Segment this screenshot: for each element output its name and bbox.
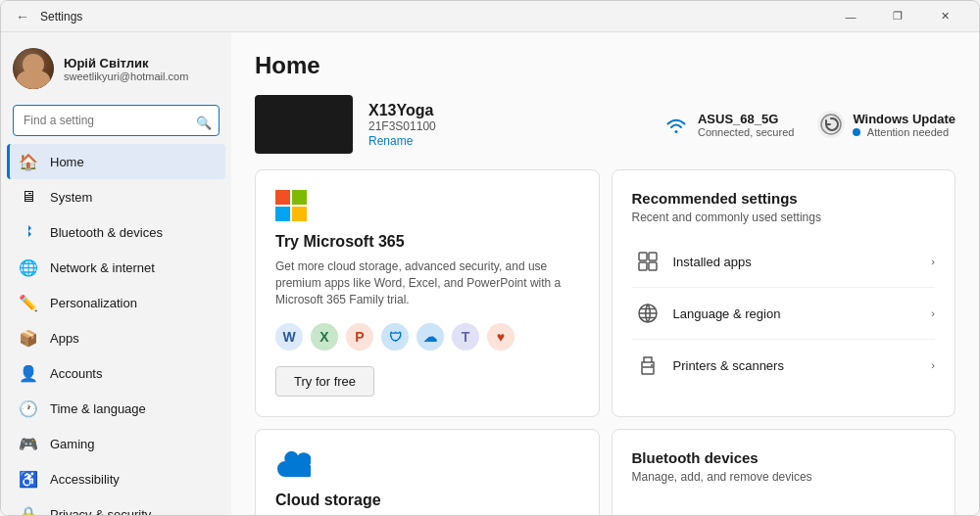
bluetooth-icon bbox=[19, 222, 38, 242]
app-icon-defender: 🛡 bbox=[381, 323, 409, 351]
sidebar: Юрій Світлик sweetlikyuri@hotmail.com 🔍 … bbox=[1, 32, 231, 515]
svg-rect-8 bbox=[649, 262, 657, 270]
svg-rect-5 bbox=[639, 253, 647, 260]
update-status[interactable]: Windows Update Attention needed bbox=[817, 111, 956, 138]
svg-rect-2 bbox=[292, 190, 307, 205]
avatar bbox=[13, 48, 54, 89]
settings-item-installed-apps[interactable]: Installed apps › bbox=[632, 236, 936, 288]
user-info: Юрій Світлик sweetlikyuri@hotmail.com bbox=[64, 56, 220, 82]
bluetooth-subtitle: Manage, add, and remove devices bbox=[632, 470, 936, 484]
sidebar-item-home[interactable]: 🏠 Home bbox=[7, 144, 225, 179]
sidebar-item-label: Gaming bbox=[50, 437, 95, 451]
wifi-label: ASUS_68_5G bbox=[698, 112, 794, 126]
device-info: X13Yoga 21F3S01100 Rename bbox=[368, 102, 647, 148]
update-label: Windows Update bbox=[853, 112, 956, 126]
recommended-heading: Recommended settings bbox=[632, 190, 936, 207]
app-icon-teams: T bbox=[452, 323, 479, 351]
sidebar-item-label: Network & internet bbox=[50, 260, 155, 275]
window-controls: — ❐ ✕ bbox=[828, 1, 967, 32]
sidebar-user[interactable]: Юрій Світлик sweetlikyuri@hotmail.com bbox=[1, 32, 231, 101]
chevron-right-icon-3: › bbox=[931, 359, 935, 371]
cards-grid: Try Microsoft 365 Get more cloud storage… bbox=[255, 169, 956, 515]
device-bar: X13Yoga 21F3S01100 Rename bbox=[255, 95, 956, 154]
rename-link[interactable]: Rename bbox=[368, 134, 413, 148]
user-name: Юрій Світлик bbox=[64, 56, 220, 70]
device-model: 21F3S01100 bbox=[368, 119, 647, 133]
sidebar-item-gaming[interactable]: 🎮 Gaming bbox=[7, 426, 225, 461]
sidebar-item-personalization[interactable]: ✏️ Personalization bbox=[7, 285, 225, 320]
time-icon: 🕐 bbox=[19, 399, 38, 418]
ms365-heading: Try Microsoft 365 bbox=[275, 233, 579, 251]
installed-apps-icon bbox=[632, 246, 663, 277]
sidebar-item-apps[interactable]: 📦 Apps bbox=[7, 320, 225, 355]
settings-window: ← Settings — ❐ ✕ Юрій Світлик sweetlikyu… bbox=[0, 0, 980, 516]
back-button[interactable]: ← bbox=[13, 7, 32, 26]
device-name: X13Yoga bbox=[368, 102, 647, 119]
sidebar-item-label: Accounts bbox=[50, 366, 102, 381]
app-icon-powerpoint: P bbox=[346, 323, 373, 351]
bluetooth-devices-card: Bluetooth devices Manage, add, and remov… bbox=[612, 429, 956, 515]
try-free-button[interactable]: Try for free bbox=[275, 366, 374, 397]
sidebar-item-accessibility[interactable]: ♿ Accessibility bbox=[7, 461, 225, 496]
update-icon-circle bbox=[817, 111, 845, 138]
printers-label: Printers & scanners bbox=[673, 358, 932, 373]
wifi-text: ASUS_68_5G Connected, secured bbox=[698, 112, 794, 138]
settings-item-language[interactable]: Language & region › bbox=[632, 288, 936, 340]
sidebar-item-label: Privacy & security bbox=[50, 507, 151, 516]
home-icon: 🏠 bbox=[19, 152, 38, 171]
wifi-status-text: Connected, secured bbox=[698, 126, 794, 138]
language-label: Language & region bbox=[673, 306, 932, 321]
network-icon: 🌐 bbox=[19, 258, 38, 277]
user-email: sweetlikyuri@hotmail.com bbox=[64, 70, 220, 82]
chevron-right-icon-2: › bbox=[931, 307, 935, 319]
chevron-right-icon: › bbox=[931, 256, 935, 267]
svg-point-11 bbox=[651, 364, 653, 366]
sidebar-item-accounts[interactable]: 👤 Accounts bbox=[7, 355, 225, 391]
sidebar-nav: 🏠 Home 🖥 System Bluetooth & devices 🌐 Ne… bbox=[1, 144, 231, 515]
app-icons-row: W X P 🛡 ☁ T ♥ bbox=[275, 323, 579, 351]
ms365-logo bbox=[275, 190, 579, 221]
svg-rect-6 bbox=[649, 253, 657, 260]
sidebar-item-privacy[interactable]: 🔒 Privacy & security bbox=[7, 496, 225, 515]
cloud-storage-card: Cloud storage Make sure you're signed in… bbox=[255, 429, 600, 515]
sidebar-item-label: Apps bbox=[50, 331, 79, 346]
svg-rect-7 bbox=[639, 262, 647, 270]
sidebar-item-label: Time & language bbox=[50, 401, 146, 416]
svg-rect-3 bbox=[275, 207, 290, 221]
svg-rect-4 bbox=[292, 207, 307, 221]
app-icon-family: ♥ bbox=[487, 323, 514, 351]
accounts-icon: 👤 bbox=[19, 363, 38, 383]
recommended-settings-card: Recommended settings Recent and commonly… bbox=[612, 169, 956, 417]
update-dot bbox=[853, 128, 860, 136]
svg-rect-10 bbox=[642, 367, 654, 374]
sidebar-item-time[interactable]: 🕐 Time & language bbox=[7, 391, 225, 426]
device-thumbnail bbox=[255, 95, 353, 154]
sidebar-item-network[interactable]: 🌐 Network & internet bbox=[7, 250, 225, 285]
wifi-status: ASUS_68_5G Connected, secured bbox=[662, 111, 794, 138]
content-area: Home X13Yoga 21F3S01100 Rename bbox=[231, 32, 979, 515]
maximize-button[interactable]: ❐ bbox=[875, 1, 920, 32]
main-layout: Юрій Світлик sweetlikyuri@hotmail.com 🔍 … bbox=[1, 32, 979, 515]
installed-apps-label: Installed apps bbox=[673, 255, 932, 269]
system-icon: 🖥 bbox=[19, 187, 38, 207]
cloud-heading: Cloud storage bbox=[275, 492, 579, 509]
svg-rect-1 bbox=[275, 190, 290, 205]
sidebar-item-label: Bluetooth & devices bbox=[50, 225, 163, 240]
personalization-icon: ✏️ bbox=[19, 293, 38, 312]
search-icon: 🔍 bbox=[196, 116, 212, 130]
search-input[interactable] bbox=[13, 105, 220, 136]
language-icon bbox=[632, 298, 663, 329]
apps-icon: 📦 bbox=[19, 328, 38, 348]
sidebar-item-label: Home bbox=[50, 155, 84, 169]
sidebar-item-bluetooth[interactable]: Bluetooth & devices bbox=[7, 214, 225, 250]
wifi-icon bbox=[662, 111, 690, 138]
settings-item-printers[interactable]: Printers & scanners › bbox=[632, 340, 936, 391]
cloud-icon bbox=[275, 449, 579, 484]
close-button[interactable]: ✕ bbox=[922, 1, 967, 32]
bluetooth-heading: Bluetooth devices bbox=[632, 449, 936, 466]
minimize-button[interactable]: — bbox=[828, 1, 873, 32]
sidebar-item-system[interactable]: 🖥 System bbox=[7, 179, 225, 214]
privacy-icon: 🔒 bbox=[19, 504, 38, 515]
ms365-description: Get more cloud storage, advanced securit… bbox=[275, 258, 579, 307]
titlebar-title: Settings bbox=[40, 10, 828, 23]
